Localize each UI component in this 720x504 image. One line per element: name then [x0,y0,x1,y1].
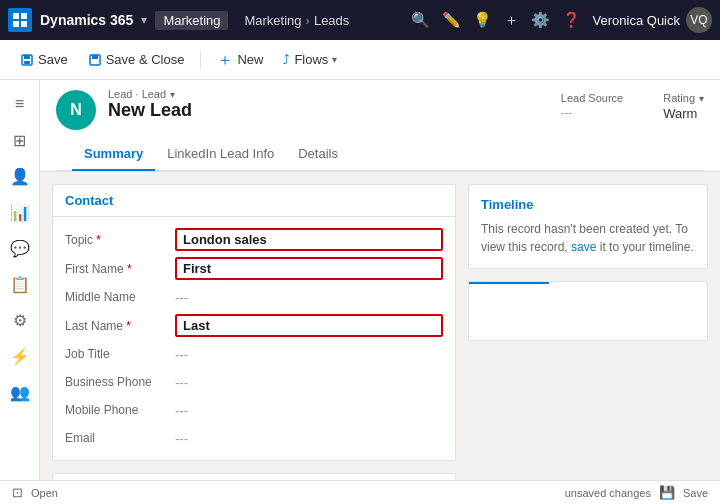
new-icon: ＋ [217,52,233,68]
tabs: Summary LinkedIn Lead Info Details [56,138,704,171]
lead-source-value: --- [561,106,623,118]
save-icon [20,53,34,67]
email-label: Email [65,431,175,445]
flows-icon: ⤴ [283,52,290,67]
topic-field[interactable]: London sales [175,228,443,251]
settings-icon[interactable]: ⚙️ [531,11,550,29]
action-bar: Save Save & Close ＋ New ⤴ Flows ▾ [0,40,720,80]
sidebar-task-icon[interactable]: 📋 [4,268,36,300]
svg-rect-6 [24,61,30,64]
search-icon[interactable]: 🔍 [411,11,430,29]
tab-details[interactable]: Details [286,138,350,171]
timeline-save-link[interactable]: save [571,240,596,254]
record-header-top: N Lead · Lead ▾ New Lead Lead Source --- [56,88,704,138]
record-type-chevron[interactable]: ▾ [170,89,175,100]
sidebar-chat-icon[interactable]: 💬 [4,232,36,264]
flows-button[interactable]: ⤴ Flows ▾ [275,48,345,71]
sidebar-chart-icon[interactable]: 📊 [4,196,36,228]
bottom-open-icon: ⊡ [12,485,23,500]
sidebar-bolt-icon[interactable]: ⚡ [4,340,36,372]
sidebar-home-icon[interactable]: ⊞ [4,124,36,156]
info-icon[interactable]: 💡 [473,11,492,29]
rating-field: Rating ▾ Warm [663,92,704,121]
bottom-open-label[interactable]: Open [31,487,58,499]
first-name-label: First Name [65,262,175,276]
timeline-header: Timeline [481,197,695,212]
rating-value: Warm [663,106,704,121]
avatar: VQ [686,7,712,33]
contact-section-body: Topic London sales First Name First Midd… [53,217,455,460]
add-nav-icon[interactable]: ＋ [504,11,519,30]
last-name-label: Last Name [65,319,175,333]
business-phone-value[interactable]: --- [175,375,443,390]
sidebar-lead-icon[interactable]: 👤 [4,160,36,192]
contact-section: Contact Topic London sales First Name Fi… [52,184,456,461]
business-phone-label: Business Phone [65,375,175,389]
lead-source-label: Lead Source [561,92,623,104]
business-phone-row: Business Phone --- [53,368,455,396]
form-area: Contact Topic London sales First Name Fi… [40,172,720,504]
new-button[interactable]: ＋ New [209,48,271,72]
svg-rect-0 [13,13,19,19]
form-right: Timeline This record hasn't been created… [468,184,708,504]
last-name-field[interactable]: Last [175,314,443,337]
email-value[interactable]: --- [175,431,443,446]
bottom-bar: ⊡ Open unsaved changes 💾 Save [0,480,720,504]
record-meta: Lead Source --- Rating ▾ Warm [561,88,704,121]
job-title-row: Job Title --- [53,340,455,368]
app-name-chevron[interactable]: ▾ [141,13,147,27]
nav-right-actions: 🔍 ✏️ 💡 ＋ ⚙️ ❓ Veronica Quick VQ [411,7,712,33]
mobile-phone-value[interactable]: --- [175,403,443,418]
form-left: Contact Topic London sales First Name Fi… [52,184,456,504]
sidebar-settings-icon[interactable]: ⚙ [4,304,36,336]
right-panel [468,281,708,341]
tab-summary[interactable]: Summary [72,138,155,171]
timeline-empty-text: This record hasn't been created yet. To … [481,220,695,256]
sidebar-group-icon[interactable]: 👥 [4,376,36,408]
edit-icon[interactable]: ✏️ [442,11,461,29]
mobile-phone-row: Mobile Phone --- [53,396,455,424]
breadcrumb: Marketing › Leads [244,13,349,28]
unsaved-changes-label: unsaved changes [565,487,651,499]
job-title-value[interactable]: --- [175,347,443,362]
save-label: Save [38,52,68,67]
main-content: N Lead · Lead ▾ New Lead Lead Source --- [40,80,720,504]
flows-label: Flows [294,52,328,67]
record-name-label: New Lead [108,100,549,121]
top-navigation: Dynamics 365 ▾ Marketing Marketing › Lea… [0,0,720,40]
rating-chevron[interactable]: ▾ [699,93,704,104]
record-type: Lead · Lead ▾ [108,88,549,100]
sidebar-menu-icon[interactable]: ≡ [4,88,36,120]
topic-label: Topic [65,233,175,247]
flows-chevron: ▾ [332,54,337,65]
bottom-bar-right: unsaved changes 💾 Save [565,485,708,500]
bottom-save-icon: 💾 [659,485,675,500]
app-name-label: Dynamics 365 [40,12,133,28]
record-title-area: Lead · Lead ▾ New Lead [108,88,549,121]
record-header: N Lead · Lead ▾ New Lead Lead Source --- [40,80,720,172]
bottom-save-label[interactable]: Save [683,487,708,499]
middle-name-value[interactable]: --- [175,290,443,305]
user-profile[interactable]: Veronica Quick VQ [593,7,712,33]
rating-label: Rating [663,92,695,104]
app-grid-icon[interactable] [8,8,32,32]
breadcrumb-separator: › [306,13,310,28]
action-divider-1 [200,50,201,70]
svg-rect-1 [21,13,27,19]
breadcrumb-marketing[interactable]: Marketing [244,13,301,28]
last-name-row: Last Name Last [53,311,455,340]
help-icon[interactable]: ❓ [562,11,581,29]
first-name-field[interactable]: First [175,257,443,280]
contact-section-header: Contact [53,185,455,217]
tab-linkedin[interactable]: LinkedIn Lead Info [155,138,286,171]
topic-row: Topic London sales [53,225,455,254]
save-close-button[interactable]: Save & Close [80,48,193,71]
save-button[interactable]: Save [12,48,76,71]
breadcrumb-leads[interactable]: Leads [314,13,349,28]
record-type-label: Lead · Lead [108,88,166,100]
record-avatar: N [56,90,96,130]
save-close-label: Save & Close [106,52,185,67]
module-label[interactable]: Marketing [155,11,228,30]
middle-name-label: Middle Name [65,290,175,304]
mobile-phone-label: Mobile Phone [65,403,175,417]
